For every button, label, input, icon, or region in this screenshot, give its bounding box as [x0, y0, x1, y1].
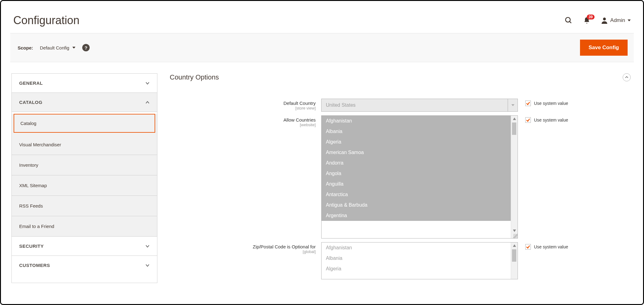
- field-input-col: United States: [321, 99, 518, 112]
- list-item[interactable]: Antarctica: [322, 189, 518, 200]
- chevron-down-icon: [145, 263, 150, 268]
- list-item[interactable]: Albania: [322, 253, 518, 264]
- field-scope: [website]: [170, 122, 316, 127]
- list-item[interactable]: Afghanistan: [322, 243, 518, 253]
- field-input-col: Afghanistan Albania Algeria: [321, 242, 518, 279]
- scope-bar: Scope: Default Config ? Save Config: [10, 33, 634, 62]
- tab-security[interactable]: SECURITY: [12, 237, 157, 256]
- config-content: Country Options Default Country [store v…: [170, 73, 634, 283]
- field-scope: [global]: [170, 249, 316, 254]
- scrollbar[interactable]: [511, 116, 518, 238]
- admin-menu[interactable]: Admin: [601, 17, 631, 24]
- sidebar-item-inventory[interactable]: Inventory: [12, 155, 157, 175]
- search-icon[interactable]: [565, 16, 573, 24]
- tab-catalog[interactable]: CATALOG: [12, 93, 157, 112]
- tab-label: GENERAL: [19, 80, 43, 86]
- sidebar-item-visual-merchandiser[interactable]: Visual Merchandiser: [12, 135, 157, 155]
- section-header[interactable]: Country Options: [170, 73, 631, 84]
- tab-general[interactable]: GENERAL: [12, 74, 157, 93]
- list-item[interactable]: Afghanistan: [322, 116, 518, 126]
- field-label-col: Allow Countries [website]: [170, 115, 321, 127]
- tab-catalog-children: Catalog Visual Merchandiser Inventory XM…: [12, 114, 157, 237]
- list-item[interactable]: Antigua & Barbuda: [322, 200, 518, 210]
- list-item[interactable]: Anguilla: [322, 179, 518, 189]
- tab-label: CUSTOMERS: [19, 263, 50, 268]
- caret-down-icon: [628, 19, 631, 22]
- field-checkbox-col: Use system value: [518, 99, 568, 106]
- user-icon: [601, 17, 608, 24]
- page-title: Configuration: [13, 14, 79, 27]
- sidebar-item-xml-sitemap[interactable]: XML Sitemap: [12, 175, 157, 196]
- svg-point-0: [565, 17, 570, 22]
- use-system-value-label: Use system value: [534, 118, 568, 122]
- save-config-button[interactable]: Save Config: [580, 40, 628, 56]
- field-zip-optional: Zip/Postal Code is Optional for [global]…: [170, 242, 631, 279]
- use-system-value-label: Use system value: [534, 101, 568, 106]
- triangle-down-icon: [511, 104, 514, 107]
- chevron-down-icon: [145, 244, 150, 248]
- scroll-up-icon[interactable]: [511, 116, 518, 122]
- page-header: Configuration 39 Admin: [10, 6, 634, 33]
- list-item[interactable]: American Samoa: [322, 147, 518, 158]
- header-actions: 39 Admin: [565, 16, 631, 24]
- list-item[interactable]: Andorra: [322, 158, 518, 168]
- scope-label: Scope:: [18, 45, 33, 50]
- scrollbar-thumb[interactable]: [512, 249, 516, 262]
- sidebar-item-email-to-friend[interactable]: Email to a Friend: [12, 216, 157, 237]
- admin-label: Admin: [610, 17, 625, 24]
- scroll-down-icon[interactable]: [511, 228, 518, 234]
- svg-line-1: [569, 21, 571, 23]
- collapse-section-button[interactable]: [623, 73, 631, 81]
- use-system-value-checkbox[interactable]: [525, 117, 531, 123]
- list-item[interactable]: Albania: [322, 126, 518, 137]
- tab-customers[interactable]: CUSTOMERS: [12, 256, 157, 275]
- resize-handle-icon[interactable]: [513, 234, 518, 238]
- chevron-down-icon: [145, 81, 150, 85]
- allow-countries-multiselect[interactable]: Afghanistan Albania Algeria American Sam…: [321, 115, 518, 238]
- scrollbar[interactable]: [511, 243, 518, 279]
- zip-optional-multiselect[interactable]: Afghanistan Albania Algeria: [321, 242, 518, 279]
- field-label-col: Default Country [store view]: [170, 99, 321, 110]
- notifications-icon[interactable]: 39: [583, 16, 591, 24]
- help-icon[interactable]: ?: [82, 44, 90, 51]
- config-tabs-sidebar: GENERAL CATALOG Catalog Visual Merchandi…: [11, 73, 157, 283]
- use-system-value-label: Use system value: [534, 244, 568, 249]
- use-system-value-checkbox[interactable]: [525, 101, 531, 106]
- chevron-up-icon: [625, 75, 629, 79]
- caret-down-icon: [72, 46, 75, 49]
- use-system-value-checkbox[interactable]: [525, 244, 531, 250]
- field-default-country: Default Country [store view] United Stat…: [170, 99, 631, 112]
- field-label: Allow Countries: [284, 117, 316, 122]
- field-allow-countries: Allow Countries [website] Afghanistan Al…: [170, 115, 631, 238]
- default-country-select[interactable]: United States: [321, 99, 518, 112]
- scope-value: Default Config: [40, 45, 69, 50]
- select-arrow: [508, 99, 518, 111]
- field-input-col: Afghanistan Albania Algeria American Sam…: [321, 115, 518, 238]
- tab-label: SECURITY: [19, 243, 44, 249]
- list-item[interactable]: Algeria: [322, 137, 518, 147]
- sidebar-item-catalog[interactable]: Catalog: [14, 114, 155, 133]
- chevron-up-icon: [145, 100, 150, 105]
- field-scope: [store view]: [170, 106, 316, 110]
- field-checkbox-col: Use system value: [518, 242, 568, 250]
- select-value: United States: [326, 102, 356, 108]
- notifications-badge: 39: [587, 15, 595, 19]
- sidebar-item-rss-feeds[interactable]: RSS Feeds: [12, 196, 157, 216]
- main-area: GENERAL CATALOG Catalog Visual Merchandi…: [10, 62, 634, 283]
- scope-selector[interactable]: Default Config: [40, 45, 75, 50]
- field-label-col: Zip/Postal Code is Optional for [global]: [170, 242, 321, 254]
- list-item[interactable]: Angola: [322, 168, 518, 179]
- scope-left: Scope: Default Config ?: [18, 44, 90, 51]
- scrollbar-thumb[interactable]: [512, 122, 516, 135]
- field-label: Default Country: [284, 101, 316, 106]
- field-label: Zip/Postal Code is Optional for: [253, 244, 316, 249]
- list-item[interactable]: Algeria: [322, 264, 518, 274]
- section-title: Country Options: [170, 73, 219, 81]
- svg-point-2: [603, 18, 606, 20]
- scroll-up-icon[interactable]: [511, 243, 518, 249]
- field-checkbox-col: Use system value: [518, 115, 568, 123]
- tab-label: CATALOG: [19, 100, 42, 105]
- list-item[interactable]: Argentina: [322, 210, 518, 221]
